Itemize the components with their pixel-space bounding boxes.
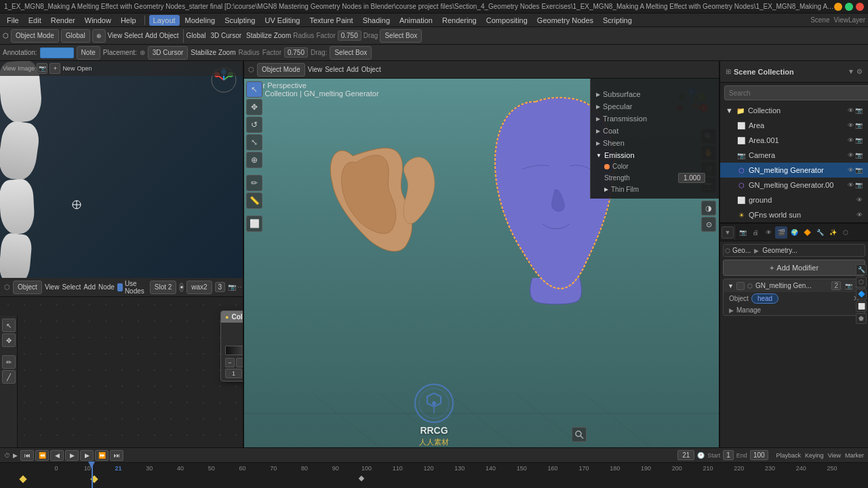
ctx-emission[interactable]: ▼ Emission [591, 149, 719, 161]
outliner-gn-melting2[interactable]: ⬡ GN_melting Generator.00 👁 📷 [720, 178, 868, 192]
annotation-type[interactable]: Note [77, 46, 100, 60]
global-btn[interactable]: Global [61, 29, 90, 43]
select-menu[interactable]: Select [124, 32, 143, 39]
gn2-render[interactable]: 📷 [855, 182, 863, 188]
sv-image[interactable]: Image [18, 65, 35, 72]
props-tab-world[interactable]: 🌍 [788, 226, 800, 239]
ctx-sheen[interactable]: ▶ Sheen [591, 137, 719, 149]
main-3d-viewport[interactable]: ⬡ Object Mode View Select Add Object Use… [244, 61, 719, 447]
node-1-minus[interactable]: − [225, 358, 235, 367]
props-side-3[interactable]: 🔷 [856, 289, 867, 300]
use-nodes-checkbox[interactable] [117, 283, 123, 291]
scale-tool-btn[interactable]: ⤡ [246, 134, 262, 150]
color-ramp-node-1[interactable]: ● Color Ramp Color Alpha [220, 310, 243, 382]
props-tab-scene[interactable]: 🎬 [775, 226, 787, 239]
cursor-dropdown[interactable]: 3D Cursor [208, 32, 245, 39]
object-menu[interactable]: Object [159, 32, 179, 39]
move-tool-btn[interactable]: ✥ [246, 99, 262, 115]
nt-move-btn[interactable]: ✥ [2, 333, 16, 347]
placement-dropdown[interactable]: 3D Cursor [148, 46, 189, 60]
manage-label[interactable]: Manage [736, 306, 761, 314]
node-1-ramp-bar[interactable] [225, 346, 243, 355]
outliner-collection[interactable]: ▼ 📁 Collection 👁 📷 [720, 103, 868, 118]
props-tab-material[interactable]: ⬡ [840, 226, 852, 239]
playback-menu[interactable]: Playback [776, 452, 802, 459]
current-frame-display[interactable]: 21 [677, 450, 694, 460]
vp-select-menu[interactable]: Select [325, 66, 344, 73]
sv-open-label[interactable]: Open [77, 65, 92, 72]
view-menu[interactable]: View [108, 32, 123, 39]
props-tab-object[interactable]: 🔶 [801, 226, 813, 239]
add-cube-btn[interactable]: ⬜ [246, 216, 262, 232]
close-btn[interactable] [856, 3, 864, 11]
next-keyframe-btn[interactable]: ▶ [80, 450, 94, 461]
node-canvas[interactable]: ↖ ✥ ✏ ╱ ● Color Ramp [0, 297, 243, 447]
cam-render[interactable]: 📷 [855, 152, 863, 159]
small-3d-viewport[interactable]: X -X Z View Image 📷 + New Open ▷ [0, 61, 243, 278]
ctx-strength-value[interactable]: 1.000 [678, 173, 705, 183]
cam-eye[interactable]: 👁 [848, 152, 854, 159]
area001-eye[interactable]: 👁 [848, 137, 854, 144]
mode-selector[interactable]: Object Mode [11, 29, 59, 43]
nt-line-btn[interactable]: ╱ [2, 370, 16, 384]
menu-geometry-nodes[interactable]: Geometry Nodes [533, 15, 597, 26]
ne-sphere-icon[interactable]: ● [179, 283, 184, 292]
node-1-stop-index[interactable] [225, 369, 242, 378]
jump-start-btn[interactable]: ⏮ [20, 450, 34, 461]
outliner-gn-melting[interactable]: ⬡ GN_melting Generator 👁 📷 [720, 163, 868, 178]
geo-node-label[interactable]: Geo... [732, 247, 751, 254]
menu-texture-paint[interactable]: Texture Paint [305, 15, 357, 26]
menu-window[interactable]: Window [81, 15, 115, 26]
transform-tool-btn[interactable]: ⊕ [246, 152, 262, 168]
menu-sculpting[interactable]: Sculpting [220, 15, 259, 26]
area-eye[interactable]: 👁 [848, 122, 854, 129]
add-menu[interactable]: Add [145, 32, 157, 39]
menu-help[interactable]: Help [117, 15, 140, 26]
menu-compositing[interactable]: Compositing [482, 15, 532, 26]
sv-new-btn[interactable]: + [50, 63, 60, 74]
mod-cam[interactable]: 📷 [845, 283, 852, 289]
props-tab-particles[interactable]: ✨ [827, 226, 839, 239]
menu-edit[interactable]: Edit [24, 15, 45, 26]
factor-value2[interactable]: 0.750 [284, 47, 308, 58]
geo-full-label[interactable]: Geometry... [762, 247, 797, 254]
menu-file[interactable]: File [3, 15, 23, 26]
outliner-ground[interactable]: ⬜ ground 👁 [720, 192, 868, 207]
outliner-search[interactable] [724, 85, 868, 100]
ne-material[interactable]: wax2 [186, 281, 212, 294]
props-tab-output[interactable]: 🖨 [749, 226, 762, 239]
coll-render[interactable]: 📷 [855, 107, 863, 114]
end-value[interactable]: 100 [750, 450, 768, 460]
emission-color-dot[interactable] [604, 164, 610, 169]
sv-new-label[interactable]: New [62, 65, 75, 72]
props-side-4[interactable]: ⬜ [856, 301, 867, 312]
ne-view[interactable]: View [45, 283, 60, 291]
menu-animation[interactable]: Animation [395, 15, 437, 26]
ctx-specular[interactable]: ▶ Specular [591, 100, 719, 113]
orientation-widget[interactable]: ⊕ [92, 29, 106, 43]
global-coord[interactable]: Global [186, 32, 206, 39]
vp-view-menu[interactable]: View [308, 66, 323, 73]
menu-shading[interactable]: Shading [359, 15, 394, 26]
add-modifier-btn[interactable]: + Add Modifier [723, 260, 865, 276]
props-side-5[interactable]: ⬟ [856, 313, 867, 324]
props-tab-modifier[interactable]: 🔧 [814, 226, 826, 239]
select-box-btn[interactable]: Select Box [380, 29, 422, 43]
sv-cam-btn[interactable]: 📷 [37, 63, 47, 74]
stabilize-zoom[interactable]: Stabilize Zoom [246, 32, 291, 39]
vp-object-mode[interactable]: Object Mode [257, 63, 305, 77]
area-render[interactable]: 📷 [855, 122, 863, 129]
ne-dots-icon[interactable]: ⋯ [237, 283, 244, 291]
start-value[interactable]: 1 [723, 450, 734, 460]
outliner-camera[interactable]: 📷 Camera 👁 📷 [720, 148, 868, 163]
maximize-btn[interactable] [845, 3, 853, 11]
ctx-transmission[interactable]: ▶ Transmission [591, 113, 719, 125]
props-tab-render[interactable]: 📷 [736, 226, 749, 239]
node-1-plus[interactable] [236, 358, 243, 367]
stabilize-zoom2[interactable]: Stabilize Zoom [191, 49, 235, 56]
menu-render[interactable]: Render [47, 15, 79, 26]
minimize-btn[interactable] [834, 3, 842, 11]
factor-value[interactable]: 0.750 [338, 30, 361, 41]
window-controls[interactable] [834, 3, 864, 11]
overlay-btn[interactable]: ⊙ [701, 217, 716, 232]
